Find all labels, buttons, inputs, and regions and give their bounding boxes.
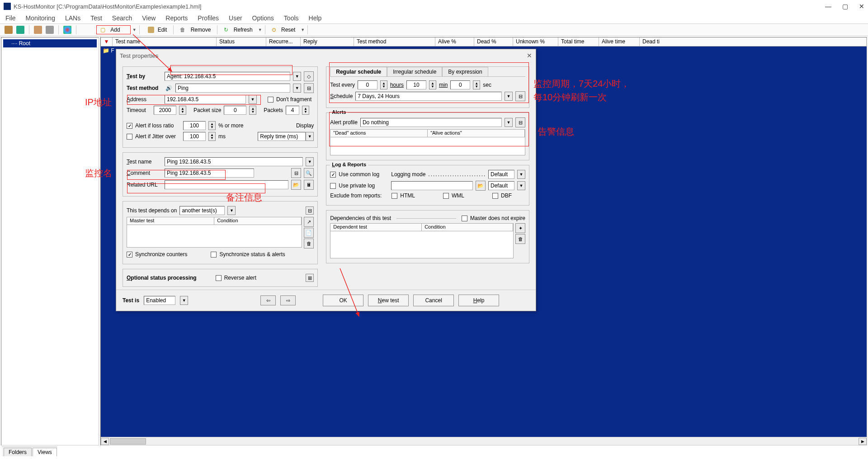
packets-spin[interactable]: ▲▼ (302, 106, 309, 115)
add-button[interactable]: ▢ Add (96, 25, 131, 34)
schedule-tree-icon[interactable]: ⊟ (515, 91, 525, 101)
packet-size-input[interactable] (224, 106, 246, 115)
menu-user[interactable]: User (229, 14, 242, 22)
test-name-input[interactable] (165, 157, 303, 166)
tab-views[interactable]: Views (33, 448, 57, 456)
paste-icon[interactable] (46, 26, 54, 34)
related-url-input[interactable] (165, 180, 288, 189)
close-button[interactable]: ✕ (859, 3, 864, 10)
col-testname[interactable]: Test name (113, 37, 217, 46)
menu-profiles[interactable]: Profiles (198, 14, 219, 22)
dep-add-icon[interactable]: ↗ (304, 217, 314, 227)
add-dropdown[interactable]: ▼ (132, 28, 137, 32)
test-method-input[interactable] (175, 84, 290, 93)
new-view-icon[interactable] (16, 26, 24, 34)
palette-icon[interactable] (63, 26, 71, 34)
min-input[interactable] (406, 80, 426, 89)
sync-counters-check[interactable]: ✓ (127, 252, 132, 258)
display-input[interactable] (258, 132, 306, 141)
folder-tree[interactable]: ···· Root (1, 37, 99, 445)
display-dropdown[interactable]: ▼ (306, 132, 314, 141)
col-deadtime[interactable]: Dead ti (640, 37, 867, 46)
test-method-dropdown[interactable]: ▼ (293, 84, 301, 93)
master-list[interactable] (127, 225, 302, 248)
test-name-dropdown[interactable]: ▼ (306, 157, 314, 166)
dialog-close[interactable]: ✕ (527, 52, 532, 59)
use-private-check[interactable] (330, 183, 336, 189)
test-is-dropdown[interactable]: ▼ (180, 296, 188, 305)
alert-loss-check[interactable]: ✓ (127, 123, 132, 129)
alert-tree-icon[interactable]: ⊟ (515, 117, 525, 127)
alert-profile-dropdown[interactable]: ▼ (505, 118, 513, 127)
menu-lans[interactable]: LANs (65, 14, 80, 22)
hours-input[interactable] (358, 80, 377, 89)
alert-jitter-check[interactable] (127, 134, 132, 140)
prev-button[interactable]: ⇦ (260, 295, 276, 305)
col-reply[interactable]: Reply (301, 37, 354, 46)
reset-button[interactable]: ⊙ Reset (268, 26, 299, 34)
test-by-input[interactable] (165, 72, 290, 81)
alert-jitter-spin[interactable]: ▲▼ (208, 132, 216, 141)
help-button[interactable]: Help (458, 295, 499, 306)
html-check[interactable] (392, 193, 397, 199)
flag-icon[interactable]: ▼ (101, 37, 113, 46)
refresh-button[interactable]: ↻ Refresh (220, 26, 256, 34)
dbf-check[interactable] (492, 193, 498, 199)
use-common-check[interactable]: ✓ (330, 172, 336, 178)
reverse-check[interactable] (216, 275, 222, 281)
copy-icon[interactable] (34, 26, 42, 34)
alert-profile-input[interactable] (360, 118, 502, 127)
refresh-dropdown[interactable]: ▼ (258, 28, 262, 32)
alert-loss-spin[interactable]: ▲▼ (208, 121, 216, 130)
url-calc-icon[interactable]: 🖩 (304, 180, 314, 190)
private-mode-input[interactable] (488, 181, 514, 190)
edit-button[interactable]: Edit (142, 26, 171, 34)
sync-status-check[interactable] (211, 252, 217, 258)
logging-mode-input[interactable] (488, 170, 514, 179)
col-alive[interactable]: Alive % (435, 37, 474, 46)
dep2-del-icon[interactable]: 🗑 (515, 234, 525, 244)
menu-monitoring[interactable]: Monitoring (26, 14, 55, 22)
ok-button[interactable]: OK (323, 295, 363, 306)
col-unknown[interactable]: Unknown % (513, 37, 558, 46)
tab-irregular[interactable]: Irregular schedule (387, 67, 442, 76)
schedule-input[interactable] (355, 92, 502, 101)
col-dead[interactable]: Dead % (474, 37, 513, 46)
hscrollbar[interactable]: ◀▶ (101, 437, 867, 445)
maximize-button[interactable]: ▢ (842, 3, 848, 10)
menu-reports[interactable]: Reports (165, 14, 188, 22)
wml-check[interactable] (443, 193, 449, 199)
dep-del-icon[interactable]: 🗑 (304, 239, 314, 248)
tab-regular[interactable]: Regular schedule (330, 67, 387, 76)
timeout-spin[interactable]: ▲▼ (179, 106, 186, 115)
menu-test[interactable]: Test (90, 14, 102, 22)
sec-input[interactable] (450, 80, 470, 89)
address-dropdown[interactable]: ▼ (249, 95, 257, 104)
menu-search[interactable]: Search (112, 14, 132, 22)
opt-expand-icon[interactable]: ⊞ (306, 274, 314, 282)
dont-fragment-check[interactable] (268, 97, 274, 103)
comment-tree-icon[interactable]: ⊟ (291, 168, 301, 178)
new-folder-icon[interactable] (5, 26, 13, 34)
tab-byexpr[interactable]: By expression (442, 67, 488, 76)
method-tree-icon[interactable]: ⊟ (304, 83, 314, 93)
packets-input[interactable] (286, 106, 299, 115)
menu-tools[interactable]: Tools (284, 14, 299, 22)
dependents-list[interactable] (330, 231, 514, 258)
address-input[interactable] (165, 95, 246, 104)
eraser-icon[interactable]: ◇ (304, 71, 314, 81)
tab-folders[interactable]: Folders (4, 448, 32, 456)
depends-collapse-icon[interactable]: ⊟ (306, 206, 314, 215)
depends-input[interactable] (179, 206, 225, 215)
dep-edit-icon[interactable]: 📄 (304, 228, 314, 238)
minimize-button[interactable]: — (825, 3, 831, 10)
menu-file[interactable]: File (5, 14, 16, 22)
col-alivetime[interactable]: Alive time (599, 37, 640, 46)
menu-options[interactable]: Options (252, 14, 274, 22)
comment-zoom-icon[interactable]: 🔍 (304, 168, 314, 178)
col-total[interactable]: Total time (558, 37, 599, 46)
test-is-input[interactable] (144, 296, 175, 305)
master-noexpire-check[interactable] (462, 215, 467, 221)
col-method[interactable]: Test method (354, 37, 435, 46)
new-test-button[interactable]: New test (368, 295, 409, 306)
